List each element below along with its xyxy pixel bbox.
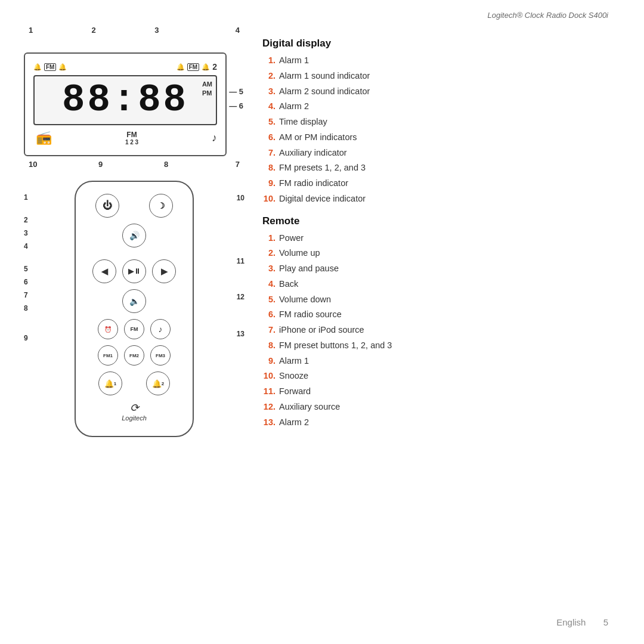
display-item-4: 4. Alarm 2 <box>262 100 620 113</box>
product-title: Logitech® Clock Radio Dock S400i <box>487 11 608 20</box>
display-outer: 🔔 FM 🔔 🔔 FM 🔔 2 <box>24 52 227 156</box>
forward-button[interactable]: ▶ <box>152 259 176 283</box>
label-4: 4 <box>236 26 240 35</box>
side-label-6: — 6 <box>229 101 243 110</box>
label-9: 9 <box>98 160 103 169</box>
remote-container: 1 2 3 4 5 6 7 8 9 ⏻ ☽ <box>24 181 244 437</box>
rl-2: 2 <box>24 216 28 224</box>
music-note-icon: ♪ <box>212 132 217 144</box>
back-button[interactable]: ◀ <box>92 259 116 283</box>
remote-section: Remote 1. Power 2. Volume up 3. Play and… <box>262 215 620 429</box>
language-label: English <box>556 617 586 627</box>
remote-item-9: 9. Alarm 1 <box>262 355 620 368</box>
right-panel: Digital display 1. Alarm 1 2. Alarm 1 so… <box>262 26 620 438</box>
remote-row-1: ⏻ ☽ <box>85 194 183 218</box>
fm1-button[interactable]: FM1 <box>98 345 118 366</box>
alarm1-icon: 🔔 <box>33 63 42 71</box>
page-number: 5 <box>603 617 608 627</box>
remote-row-9: 🔔1 🔔2 <box>85 371 183 395</box>
left-panel: 1 2 3 4 🔔 FM 🔔 🔔 F <box>24 26 244 438</box>
fm2-button[interactable]: FM2 <box>124 345 144 366</box>
aux-source-button[interactable]: ♪ <box>150 319 171 339</box>
preset-numbers: 1 2 3 <box>125 139 138 145</box>
rl-4: 4 <box>24 243 28 250</box>
alarm2-group: 🔔 FM 🔔 2 <box>177 62 217 72</box>
remote-body-wrap: ⏻ ☽ 🔊 ◀ ▶⏸ ▶ <box>48 181 221 437</box>
logitech-text: Logitech <box>122 414 147 422</box>
play-pause-button[interactable]: ▶⏸ <box>122 259 146 283</box>
display-diagram: 🔔 FM 🔔 🔔 FM 🔔 2 <box>24 52 227 156</box>
fm-label: FM <box>125 131 138 139</box>
rr-13: 13 <box>237 330 244 338</box>
alarm2-button[interactable]: 🔔2 <box>146 371 170 395</box>
display-item-9: 9. FM radio indicator <box>262 177 620 190</box>
display-item-10: 10. Digital device indicator <box>262 193 620 206</box>
volume-down-button[interactable]: 🔈 <box>122 289 146 313</box>
remote-row-2: 🔊 <box>85 224 183 247</box>
power-button[interactable]: ⏻ <box>95 194 119 218</box>
rl-9: 9 <box>24 335 28 342</box>
main-content: 1 2 3 4 🔔 FM 🔔 🔔 F <box>0 20 644 438</box>
ampm-indicator: AM PM <box>202 80 212 98</box>
remote-row-4: ◀ ▶⏸ ▶ <box>85 259 183 283</box>
rl-3: 3 <box>24 230 28 237</box>
display-item-2: 2. Alarm 1 sound indicator <box>262 70 620 83</box>
remote-item-1: 1. Power <box>262 232 620 245</box>
label-3: 3 <box>154 26 159 35</box>
remote-row-5: 🔈 <box>85 289 183 313</box>
remote-item-6: 6. FM radio source <box>262 308 620 321</box>
alarm1-button[interactable]: 🔔1 <box>98 371 122 395</box>
display-item-list: 1. Alarm 1 2. Alarm 1 sound indicator 3.… <box>262 54 620 206</box>
display-diagram-wrapper: 1 2 3 4 🔔 FM 🔔 🔔 F <box>24 26 244 169</box>
rr-10: 10 <box>237 194 244 202</box>
remote-item-3: 3. Play and pause <box>262 262 620 275</box>
label-2: 2 <box>92 26 96 35</box>
remote-right-labels: 10 11 12 13 <box>237 181 244 338</box>
remote-item-11: 11. Forward <box>262 385 620 398</box>
snooze-button[interactable]: ☽ <box>149 194 173 218</box>
label-8: 8 <box>164 160 168 169</box>
remote-row-6-7: ⏰ FM ♪ <box>85 319 183 339</box>
remote-item-list: 1. Power 2. Volume up 3. Play and pause … <box>262 232 620 429</box>
remote-item-7: 7. iPhone or iPod source <box>262 324 620 337</box>
display-item-3: 3. Alarm 2 sound indicator <box>262 85 620 98</box>
rl-8: 8 <box>24 305 28 312</box>
fm3-button[interactable]: FM3 <box>150 345 171 366</box>
alarm1-group: 🔔 FM 🔔 <box>33 63 67 71</box>
remote-section-title: Remote <box>262 215 620 227</box>
label-7: 7 <box>236 160 240 169</box>
volume-up-button[interactable]: 🔊 <box>122 224 146 247</box>
rr-11: 11 <box>237 257 244 265</box>
remote-item-5: 5. Volume down <box>262 293 620 306</box>
display-item-8: 8. FM presets 1, 2, and 3 <box>262 162 620 175</box>
fm-presets: FM 1 2 3 <box>125 131 138 145</box>
display-bottom-row: 📻 FM 1 2 3 ♪ <box>33 130 217 145</box>
page-header: Logitech® Clock Radio Dock S400i <box>0 0 644 20</box>
remote-body: ⏻ ☽ 🔊 ◀ ▶⏸ ▶ <box>75 181 194 437</box>
rl-6: 6 <box>24 278 28 286</box>
remote-left-labels: 1 2 3 4 5 6 7 8 9 <box>24 181 28 342</box>
pm-label: PM <box>202 89 212 98</box>
digit-text: 88:88 <box>62 79 188 122</box>
label-10: 10 <box>29 160 37 169</box>
display-top-labels: 1 2 3 4 <box>24 26 244 35</box>
rr-12: 12 <box>237 293 244 301</box>
label-1: 1 <box>29 26 33 35</box>
alarm1-bell: 🔔 <box>58 63 67 71</box>
remote-item-10: 10. Snooze <box>262 370 620 383</box>
rl-7: 7 <box>24 292 28 299</box>
remote-row-8: FM1 FM2 FM3 <box>85 345 183 366</box>
remote-item-8: 8. FM preset buttons 1, 2, and 3 <box>262 339 620 352</box>
rl-1: 1 <box>24 194 28 201</box>
display-item-7: 7. Auxiliary indicator <box>262 147 620 160</box>
alarm-set-button[interactable]: ⏰ <box>98 319 118 339</box>
fm-source-button[interactable]: FM <box>124 319 144 339</box>
rl-5: 5 <box>24 265 28 273</box>
display-item-5: 5. Time display <box>262 116 620 129</box>
display-item-6: 6. AM or PM indicators <box>262 131 620 144</box>
display-item-1: 1. Alarm 1 <box>262 54 620 67</box>
side-label-5: — 5 <box>229 87 243 96</box>
page-footer: English 5 <box>556 617 608 627</box>
am-label: AM <box>202 80 212 89</box>
display-section-title: Digital display <box>262 38 620 49</box>
